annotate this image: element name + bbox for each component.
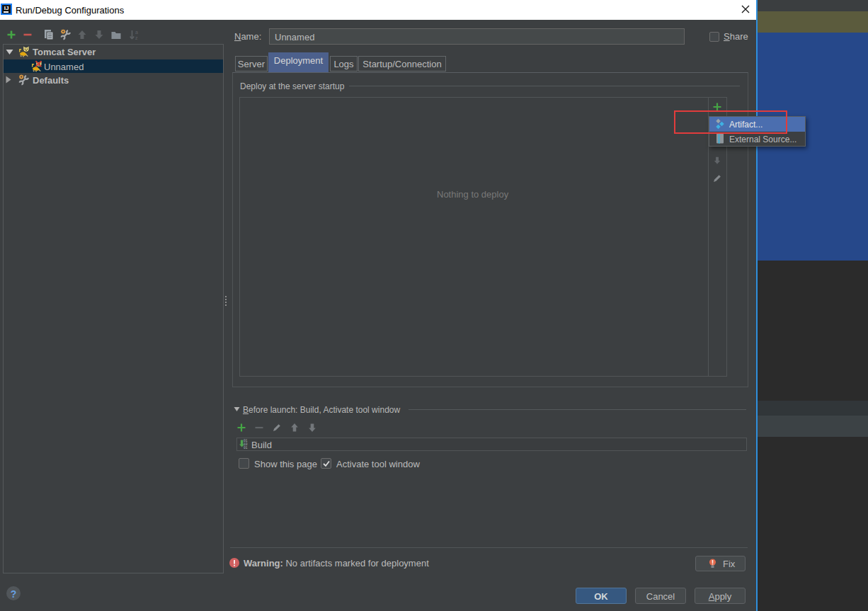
svg-text:01: 01 (244, 446, 248, 450)
svg-text:z: z (135, 35, 138, 40)
svg-text:a: a (135, 30, 138, 35)
